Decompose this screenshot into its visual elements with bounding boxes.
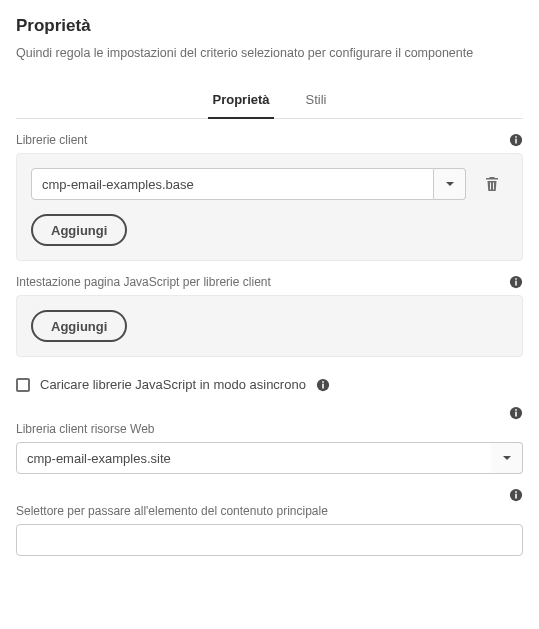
main-selector-label: Selettore per passare all'elemento del c… bbox=[16, 504, 523, 518]
multifield-item bbox=[31, 168, 508, 200]
svg-point-5 bbox=[515, 278, 517, 280]
tab-properties[interactable]: Proprietà bbox=[208, 84, 273, 119]
async-js-checkbox[interactable] bbox=[16, 378, 30, 392]
svg-rect-13 bbox=[515, 494, 517, 499]
web-resources-input[interactable] bbox=[16, 442, 501, 474]
add-button[interactable]: Aggiungi bbox=[31, 310, 127, 342]
tab-styles[interactable]: Stili bbox=[302, 84, 331, 119]
svg-rect-7 bbox=[322, 383, 324, 388]
delete-button[interactable] bbox=[476, 168, 508, 200]
info-icon[interactable] bbox=[316, 378, 330, 392]
js-head-label: Intestazione pagina JavaScript per libre… bbox=[16, 275, 271, 289]
info-icon[interactable] bbox=[509, 406, 523, 420]
info-icon[interactable] bbox=[509, 275, 523, 289]
info-icon[interactable] bbox=[509, 488, 523, 502]
async-js-label: Caricare librerie JavaScript in modo asi… bbox=[40, 377, 306, 392]
page-subtitle: Quindi regola le impostazioni del criter… bbox=[16, 46, 523, 60]
js-head-panel: Aggiungi bbox=[16, 295, 523, 357]
svg-rect-1 bbox=[515, 139, 517, 144]
async-js-checkbox-row: Caricare librerie JavaScript in modo asi… bbox=[16, 377, 523, 392]
main-selector-input[interactable] bbox=[16, 524, 523, 556]
client-libs-panel: Aggiungi bbox=[16, 153, 523, 261]
svg-point-14 bbox=[515, 491, 517, 493]
web-resources-label: Libreria client risorse Web bbox=[16, 422, 523, 436]
info-icon[interactable] bbox=[509, 133, 523, 147]
svg-point-11 bbox=[515, 409, 517, 411]
tabs: Proprietà Stili bbox=[16, 84, 523, 119]
web-resources-select bbox=[16, 442, 523, 474]
client-libs-label: Librerie client bbox=[16, 133, 87, 147]
svg-rect-4 bbox=[515, 281, 517, 286]
add-button[interactable]: Aggiungi bbox=[31, 214, 127, 246]
dropdown-toggle[interactable] bbox=[491, 442, 523, 474]
page-title: Proprietà bbox=[16, 16, 523, 36]
dropdown-toggle[interactable] bbox=[434, 168, 466, 200]
svg-point-8 bbox=[322, 381, 324, 383]
svg-point-2 bbox=[515, 136, 517, 138]
svg-rect-10 bbox=[515, 412, 517, 417]
client-lib-input[interactable] bbox=[31, 168, 434, 200]
